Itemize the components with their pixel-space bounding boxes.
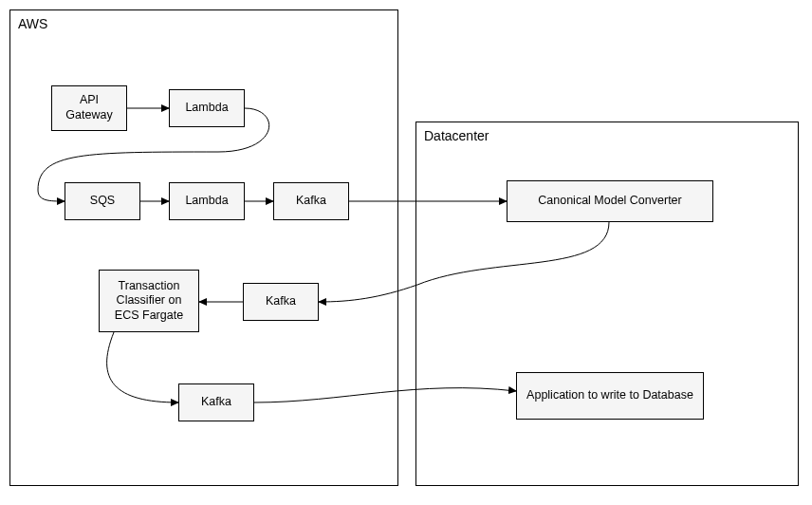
node-transaction-classifier: Transaction Classifier on ECS Fargate bbox=[99, 270, 199, 332]
node-kafka-1-label: Kafka bbox=[296, 194, 326, 209]
container-datacenter-label: Datacenter bbox=[424, 128, 489, 143]
node-db-writer-label: Application to write to Database bbox=[526, 388, 693, 403]
node-lambda-2-label: Lambda bbox=[185, 194, 228, 209]
node-kafka-2-label: Kafka bbox=[266, 294, 296, 309]
node-lambda-2: Lambda bbox=[169, 182, 245, 220]
node-sqs: SQS bbox=[65, 182, 140, 220]
node-kafka-1: Kafka bbox=[273, 182, 349, 220]
container-aws-label: AWS bbox=[18, 16, 47, 31]
node-canonical-model-converter-label: Canonical Model Converter bbox=[538, 194, 681, 209]
node-lambda-1-label: Lambda bbox=[185, 101, 228, 116]
node-kafka-2: Kafka bbox=[243, 283, 319, 321]
node-api-gateway-label: API Gateway bbox=[58, 93, 120, 122]
node-api-gateway: API Gateway bbox=[51, 85, 127, 131]
node-lambda-1: Lambda bbox=[169, 89, 245, 127]
node-kafka-3: Kafka bbox=[178, 383, 254, 421]
node-db-writer: Application to write to Database bbox=[516, 372, 704, 420]
node-sqs-label: SQS bbox=[90, 194, 115, 209]
node-kafka-3-label: Kafka bbox=[201, 395, 231, 410]
node-canonical-model-converter: Canonical Model Converter bbox=[507, 180, 713, 222]
container-datacenter: Datacenter bbox=[415, 122, 799, 486]
node-transaction-classifier-label: Transaction Classifier on ECS Fargate bbox=[105, 279, 193, 324]
